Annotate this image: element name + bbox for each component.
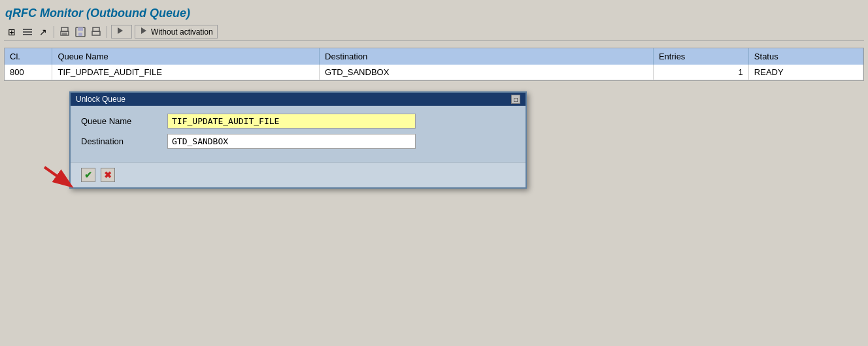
immediately-button[interactable]	[111, 25, 132, 39]
queue-name-input[interactable]	[167, 114, 416, 129]
confirm-button[interactable]: ✔	[81, 168, 95, 182]
red-arrow-indicator	[38, 164, 77, 190]
dialog-body: Queue Name Destination	[71, 106, 526, 162]
svg-rect-11	[92, 31, 100, 35]
cell-cl: 800	[5, 65, 52, 80]
toolbar: ⊞ ↗	[4, 23, 864, 41]
col-header-cl: Cl.	[5, 48, 52, 65]
table-icon[interactable]: ⊞	[5, 25, 18, 39]
separator2	[107, 26, 107, 38]
dialog-title: Unlock Queue	[76, 95, 125, 104]
destination-input[interactable]	[167, 134, 416, 149]
cell-destination: GTD_SANDBOX	[320, 65, 654, 80]
dialog-footer: ✔ ✖	[71, 162, 526, 187]
without-activation-label: Without activation	[151, 27, 213, 37]
cancel-button[interactable]: ✖	[101, 168, 115, 182]
x-icon: ✖	[104, 170, 112, 180]
col-header-status: Status	[748, 48, 863, 65]
svg-rect-5	[62, 33, 67, 34]
queue-name-row: Queue Name	[81, 114, 515, 129]
dialog-overlay: Unlock Queue □ Queue Name Destination	[69, 91, 864, 189]
queue-name-label: Queue Name	[81, 116, 159, 126]
svg-line-15	[44, 167, 69, 185]
svg-rect-9	[78, 33, 82, 36]
queue-table: Cl. Queue Name Destination Entries Statu…	[5, 48, 863, 80]
print1-icon[interactable]	[58, 25, 71, 39]
separator1	[54, 26, 54, 38]
arrow-icon[interactable]: ↗	[37, 25, 50, 39]
col-header-entries: Entries	[653, 48, 748, 65]
table-row[interactable]: 800 TIF_UPDATE_AUDIT_FILE GTD_SANDBOX 1 …	[5, 65, 863, 80]
svg-rect-10	[93, 27, 99, 31]
col-header-destination: Destination	[320, 48, 654, 65]
svg-rect-0	[23, 29, 32, 30]
save-icon[interactable]	[74, 25, 87, 39]
svg-rect-8	[78, 27, 83, 31]
cell-entries: 1	[653, 65, 748, 80]
without-activation-button[interactable]: Without activation	[135, 25, 218, 39]
svg-rect-1	[23, 31, 32, 33]
immediately-icon	[116, 26, 125, 37]
svg-marker-12	[118, 27, 123, 34]
page-title: qRFC Monitor (Outbound Queue)	[4, 4, 864, 23]
dialog-titlebar: Unlock Queue □	[71, 93, 526, 106]
main-window: qRFC Monitor (Outbound Queue) ⊞ ↗	[0, 0, 868, 346]
svg-rect-6	[62, 34, 67, 35]
cell-queue-name: TIF_UPDATE_AUDIT_FILE	[52, 65, 320, 80]
col-header-queue-name: Queue Name	[52, 48, 320, 65]
svg-rect-3	[61, 27, 68, 31]
print2-icon[interactable]	[90, 25, 103, 39]
destination-row: Destination	[81, 134, 515, 149]
unlock-queue-dialog: Unlock Queue □ Queue Name Destination	[69, 91, 527, 189]
check-icon: ✔	[84, 170, 92, 180]
queue-table-container: Cl. Queue Name Destination Entries Statu…	[4, 48, 864, 81]
cell-status: READY	[748, 65, 863, 80]
svg-marker-13	[141, 27, 146, 34]
destination-label: Destination	[81, 136, 159, 146]
svg-rect-2	[23, 34, 32, 35]
dialog-close-button[interactable]: □	[511, 95, 520, 104]
settings-icon[interactable]	[21, 25, 34, 39]
table-header-row: Cl. Queue Name Destination Entries Statu…	[5, 48, 863, 65]
without-activation-icon	[139, 26, 148, 37]
